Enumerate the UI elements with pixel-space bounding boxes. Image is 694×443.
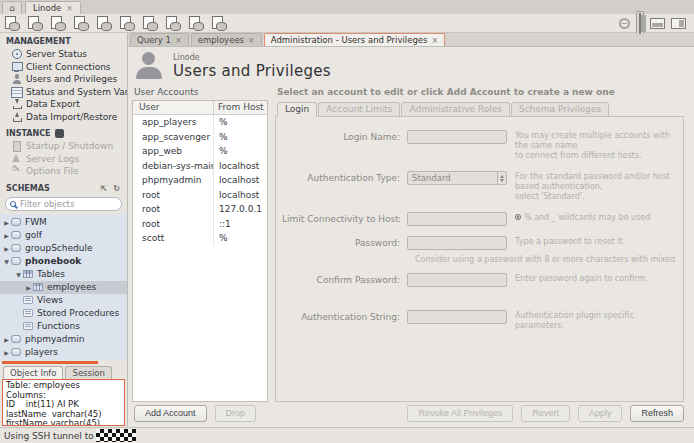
tree-item-functions[interactable]: Functions xyxy=(0,320,127,333)
tab-login[interactable]: Login xyxy=(277,102,317,117)
user-account-row[interactable]: scott % xyxy=(133,231,267,246)
user-cell: root xyxy=(133,204,213,214)
open-sql-script-icon[interactable] xyxy=(27,16,44,31)
sidebar-item-data-import-restore[interactable]: Data Import/Restore xyxy=(0,111,127,124)
home-button[interactable]: ⌂ xyxy=(2,1,22,14)
sidebar-item-icon xyxy=(11,99,22,109)
tree-item-golf[interactable]: ▶ golf xyxy=(0,229,127,242)
tree-item-employees[interactable]: ▶ employees xyxy=(0,281,127,294)
schemas-resize-handle[interactable] xyxy=(2,361,98,364)
expand-arrow-icon[interactable]: ▶ xyxy=(2,349,11,356)
user-cell: app_scavenger xyxy=(133,132,213,142)
tree-item-icon xyxy=(23,296,33,304)
close-tab-icon[interactable]: × xyxy=(432,36,439,45)
create-schema-icon[interactable] xyxy=(73,16,90,31)
inspect-database-icon[interactable] xyxy=(50,16,67,31)
account-editor-tabbar: Login Account Limits Administrative Role… xyxy=(275,102,684,116)
tree-item-tables[interactable]: ▼ Tables xyxy=(0,268,127,281)
tab-query-1[interactable]: Query 1 × xyxy=(130,33,189,46)
user-accounts-table: User From Host app_players % app_scaveng… xyxy=(132,100,268,402)
auth-string-input[interactable] xyxy=(407,310,507,324)
tree-item-scavenger[interactable]: ▶ scavenger xyxy=(0,359,127,361)
tab-session[interactable]: Session xyxy=(65,366,111,379)
apply-button[interactable]: Apply xyxy=(578,405,623,422)
user-account-row[interactable]: root 127.0.0.1 xyxy=(133,202,267,217)
create-procedure-icon[interactable] xyxy=(142,16,159,31)
sidebar-item-label: Users and Privileges xyxy=(26,74,117,84)
sidebar-item-icon xyxy=(11,74,22,84)
sidebar-item-status-system-variables[interactable]: Status and System Variables xyxy=(0,86,127,99)
sidebar-item-data-export[interactable]: Data Export xyxy=(0,98,127,111)
tab-administration-users-privileges[interactable]: Administration - Users and Privileges × xyxy=(264,33,445,46)
revert-button[interactable]: Revert xyxy=(521,405,570,422)
user-account-row[interactable]: phpmyadmin localhost xyxy=(133,173,267,188)
add-account-button[interactable]: Add Account xyxy=(134,405,207,422)
tree-item-players[interactable]: ▶ players xyxy=(0,346,127,359)
sidebar-item-startup-shutdown[interactable]: Startup / Shutdown xyxy=(0,140,127,153)
close-tab-icon[interactable]: × xyxy=(248,36,255,45)
expand-arrow-icon[interactable]: ▶ xyxy=(24,284,33,291)
tree-item-icon xyxy=(23,270,33,278)
expand-arrow-icon[interactable]: ▼ xyxy=(14,271,23,278)
tree-item-views[interactable]: Views xyxy=(0,294,127,307)
column-header-user[interactable]: User xyxy=(133,101,213,114)
close-tab-icon[interactable]: × xyxy=(66,4,73,13)
sidebar-item-server-status[interactable]: Server Status xyxy=(0,48,127,61)
tree-item-fwm[interactable]: ▶ FWM xyxy=(0,216,127,229)
expand-arrow-icon[interactable]: ▶ xyxy=(2,245,11,252)
sidebar-item-users-and-privileges[interactable]: Users and Privileges xyxy=(0,73,127,86)
close-tab-icon[interactable]: × xyxy=(175,36,182,45)
tab-schema-privileges[interactable]: Schema Privileges xyxy=(511,102,609,116)
user-account-row[interactable]: app_web % xyxy=(133,144,267,159)
confirm-password-input-label: Confirm Password: xyxy=(282,273,400,285)
confirm-password-input[interactable] xyxy=(407,273,507,287)
tree-item-icon xyxy=(11,348,21,356)
tree-item-phonebook[interactable]: ▼ phonebook xyxy=(0,255,127,268)
expand-arrow-icon[interactable]: ▼ xyxy=(2,258,11,265)
admin-header: Linode Users and Privileges xyxy=(132,50,684,87)
new-query-tab-icon[interactable] xyxy=(4,16,21,31)
tab-employees[interactable]: employees × xyxy=(191,33,262,46)
create-function-icon[interactable] xyxy=(165,16,182,31)
refresh-button[interactable]: Refresh xyxy=(630,405,684,422)
revoke-all-privileges-button[interactable]: Revoke All Privileges xyxy=(407,405,513,422)
create-table-icon[interactable] xyxy=(96,16,113,31)
reconnect-database-icon[interactable] xyxy=(211,16,228,31)
sidebar-item-server-logs[interactable]: Server Logs xyxy=(0,153,127,166)
expand-arrow-icon[interactable]: ▶ xyxy=(2,232,11,239)
expand-arrow-icon[interactable]: ▶ xyxy=(2,219,11,226)
user-account-row[interactable]: debian-sys-maint localhost xyxy=(133,159,267,174)
search-data-icon[interactable] xyxy=(188,16,205,31)
schema-filter-input[interactable] xyxy=(20,199,117,209)
tree-item-phpmyadmin[interactable]: ▶ phpmyadmin xyxy=(0,333,127,346)
expand-schemas-icon[interactable]: ⇱ xyxy=(99,184,108,193)
left-panel-icon xyxy=(639,13,641,34)
user-account-row[interactable]: root localhost xyxy=(133,188,267,203)
tab-account-limits[interactable]: Account Limits xyxy=(318,102,400,116)
user-account-row[interactable]: app_scavenger % xyxy=(133,130,267,145)
user-account-row[interactable]: root ::1 xyxy=(133,217,267,232)
sidebar-item-options-file[interactable]: Options File xyxy=(0,165,127,178)
login-name-input[interactable] xyxy=(407,130,507,144)
refresh-schemas-icon[interactable]: ↻ xyxy=(112,184,121,193)
toggle-right-panel-button[interactable] xyxy=(671,18,686,29)
tree-item-groupschedule[interactable]: ▶ groupSchedule xyxy=(0,242,127,255)
home-icon: ⌂ xyxy=(9,3,15,13)
tab-administrative-roles[interactable]: Administrative Roles xyxy=(401,102,509,116)
sidebar-item-client-connections[interactable]: Client Connections xyxy=(0,61,127,74)
auth-type-select[interactable]: Standard xyxy=(407,171,507,185)
limit-hosts-input[interactable] xyxy=(407,212,507,226)
status-bar: Using SSH tunnel to xyxy=(0,427,694,443)
toggle-left-panel-button[interactable] xyxy=(636,11,644,36)
window-tab-linode[interactable]: Linode × xyxy=(25,1,81,14)
tab-object-info[interactable]: Object Info xyxy=(3,366,63,379)
instance-config-icon xyxy=(55,129,64,138)
toggle-bottom-panel-button[interactable] xyxy=(650,18,665,29)
column-header-from-host[interactable]: From Host xyxy=(213,101,267,114)
create-view-icon[interactable] xyxy=(119,16,136,31)
user-account-row[interactable]: app_players % xyxy=(133,115,267,130)
expand-arrow-icon[interactable]: ▶ xyxy=(2,336,11,343)
password-input[interactable] xyxy=(407,236,507,250)
tree-item-stored-procedures[interactable]: Stored Procedures xyxy=(0,307,127,320)
drop-button[interactable]: Drop xyxy=(215,405,257,422)
